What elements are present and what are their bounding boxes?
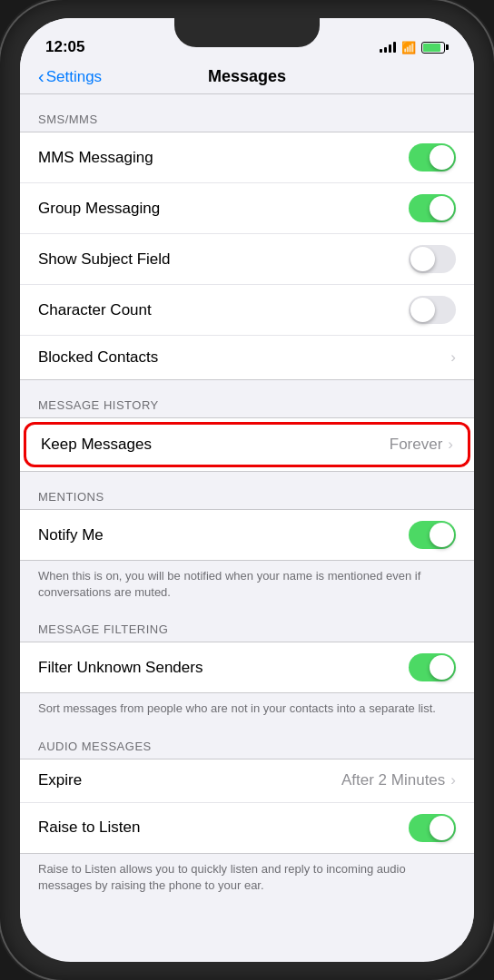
group-messaging-label: Group Messaging [38, 200, 160, 218]
audio-messages-rows: Expire After 2 Minutes › Raise to Listen [20, 759, 474, 854]
message-filtering-description: Sort messages from people who are not in… [20, 693, 474, 720]
character-count-toggle[interactable] [409, 296, 456, 324]
keep-messages-label: Keep Messages [41, 436, 152, 454]
audio-messages-description: Raise to Listen allows you to quickly li… [20, 854, 474, 897]
filter-unknown-senders-row: Filter Unknown Senders [20, 642, 474, 692]
smsmms-section: SMS/MMS MMS Messaging Group Messaging [20, 103, 474, 380]
signal-icon [380, 42, 396, 53]
message-filtering-header: MESSAGE FILTERING [20, 622, 474, 642]
show-subject-toggle[interactable] [409, 245, 456, 273]
blocked-contacts-row[interactable]: Blocked Contacts › [20, 336, 474, 379]
group-messaging-toggle[interactable] [409, 194, 456, 222]
notch [174, 18, 320, 47]
blocked-contacts-label: Blocked Contacts [38, 348, 158, 367]
mms-messaging-row: MMS Messaging [20, 132, 474, 183]
message-filtering-rows: Filter Unknown Senders [20, 642, 474, 693]
wifi-icon: 📶 [401, 41, 416, 54]
status-icons: 📶 [380, 41, 449, 54]
mms-messaging-toggle[interactable] [409, 143, 456, 172]
navigation-bar: ‹ Settings Messages [20, 64, 474, 94]
message-history-section: MESSAGE HISTORY Keep Messages Forever › [20, 398, 474, 472]
notify-me-toggle[interactable] [409, 521, 456, 549]
back-label: Settings [46, 68, 102, 86]
mentions-description: When this is on, you will be notified wh… [20, 561, 474, 604]
filter-unknown-senders-toggle[interactable] [409, 653, 456, 681]
expire-chevron-icon: › [450, 771, 456, 789]
message-history-header: MESSAGE HISTORY [20, 398, 474, 417]
show-subject-row: Show Subject Field [20, 234, 474, 285]
notify-me-label: Notify Me [38, 526, 104, 544]
phone-screen: 12:05 📶 ‹ Se [20, 18, 474, 962]
smsmms-header: SMS/MMS [20, 103, 474, 132]
back-button[interactable]: ‹ Settings [38, 66, 102, 87]
battery-icon [421, 42, 449, 54]
raise-to-listen-toggle[interactable] [409, 814, 456, 842]
keep-messages-value: Forever [390, 436, 443, 454]
message-filtering-section: MESSAGE FILTERING Filter Unknown Senders… [20, 622, 474, 720]
raise-to-listen-row: Raise to Listen [20, 803, 474, 853]
keep-messages-chevron-icon: › [448, 436, 453, 454]
blocked-contacts-chevron-icon: › [450, 348, 456, 367]
page-title: Messages [208, 67, 286, 86]
expire-value: After 2 Minutes [341, 771, 445, 789]
filter-unknown-senders-label: Filter Unknown Senders [38, 659, 203, 677]
expire-label: Expire [38, 771, 82, 789]
audio-messages-header: AUDIO MESSAGES [20, 740, 474, 759]
mentions-rows: Notify Me [20, 509, 474, 561]
keep-messages-row[interactable]: Keep Messages Forever › [24, 422, 470, 467]
content-area: SMS/MMS MMS Messaging Group Messaging [20, 94, 474, 946]
character-count-row: Character Count [20, 285, 474, 336]
smsmms-rows: MMS Messaging Group Messaging Show Subje… [20, 132, 474, 380]
raise-to-listen-label: Raise to Listen [38, 818, 140, 837]
mentions-header: MENTIONS [20, 490, 474, 509]
notify-me-row: Notify Me [20, 510, 474, 560]
group-messaging-row: Group Messaging [20, 183, 474, 234]
show-subject-label: Show Subject Field [38, 250, 171, 269]
phone-frame: 12:05 📶 ‹ Se [0, 0, 494, 980]
mms-messaging-label: MMS Messaging [38, 149, 153, 167]
back-chevron-icon: ‹ [38, 66, 44, 87]
expire-row[interactable]: Expire After 2 Minutes › [20, 760, 474, 803]
audio-messages-section: AUDIO MESSAGES Expire After 2 Minutes › … [20, 740, 474, 897]
mentions-section: MENTIONS Notify Me When this is on, you … [20, 490, 474, 604]
status-time: 12:05 [45, 38, 84, 56]
character-count-label: Character Count [38, 301, 152, 319]
